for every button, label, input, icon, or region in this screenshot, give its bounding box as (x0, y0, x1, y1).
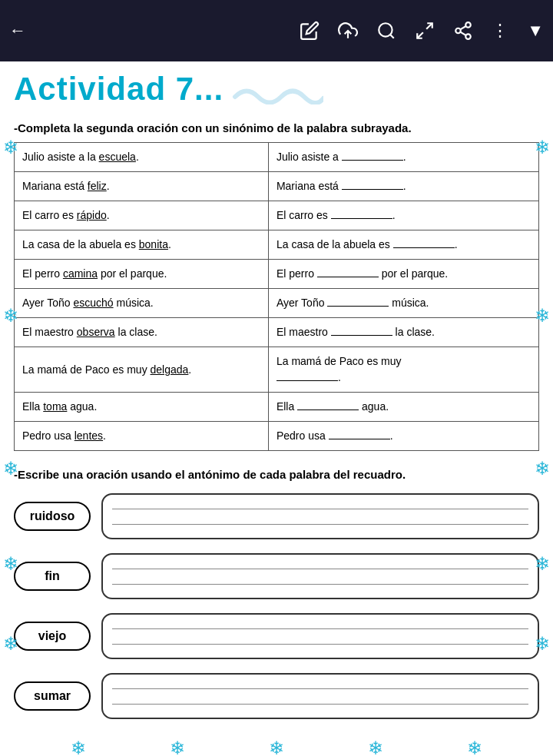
input-line-2 (112, 644, 528, 645)
input-area-fin[interactable] (101, 553, 539, 599)
table-cell-right: El maestro la clase. (268, 318, 538, 347)
table-cell-left: Julio asiste a la escuela. (15, 143, 269, 172)
table-row: El carro es rápido. El carro es . (15, 201, 539, 230)
table-row: El perro camina por el parque. El perro … (15, 260, 539, 289)
input-line-2 (112, 524, 528, 525)
toolbar: ← (0, 0, 553, 61)
table-cell-left: La mamá de Paco es muy delgada. (15, 347, 269, 393)
input-area-ruidoso[interactable] (101, 493, 539, 539)
input-line-2 (112, 704, 528, 705)
page-title: Actividad 7... (14, 71, 224, 108)
svg-line-3 (426, 23, 432, 29)
table-cell-right: El perro por el parque. (268, 260, 538, 289)
input-line-1 (112, 509, 528, 509)
word-row-sumar: sumar (14, 673, 539, 719)
word-row-fin: fin (14, 553, 539, 599)
bottom-snowflake-3: ❄ (269, 739, 284, 756)
input-line-1 (112, 688, 528, 689)
bottom-snowflake-2: ❄ (170, 739, 185, 756)
word-label-viejo: viejo (14, 622, 91, 651)
title-row: Actividad 7... (14, 61, 539, 112)
bottom-snowflake-4: ❄ (368, 739, 383, 756)
table-row: El maestro observa la clase. El maestro … (15, 318, 539, 347)
table-row: Mariana está feliz. Mariana está . (15, 172, 539, 201)
input-line-1 (112, 569, 528, 569)
table-cell-right: La mamá de Paco es muy. (268, 347, 538, 393)
dropdown-icon[interactable]: ▼ (527, 21, 544, 41)
bottom-snowflakes-row: ❄ ❄ ❄ ❄ ❄ (14, 733, 539, 756)
table-row: La mamá de Paco es muy delgada. La mamá … (15, 347, 539, 393)
table-cell-right: Ayer Toño música. (268, 289, 538, 318)
word-row-viejo: viejo (14, 613, 539, 659)
svg-point-6 (455, 28, 461, 34)
svg-line-8 (461, 32, 466, 35)
table-row: Julio asiste a la escuela. Julio asiste … (15, 143, 539, 172)
synonym-table: Julio asiste a la escuela. Julio asiste … (14, 142, 539, 451)
table-cell-right: Mariana está . (268, 172, 538, 201)
table-cell-left: El perro camina por el parque. (15, 260, 269, 289)
input-area-viejo[interactable] (101, 613, 539, 659)
input-line-2 (112, 584, 528, 585)
word-label-ruidoso: ruidoso (14, 502, 91, 531)
table-cell-right: Ella agua. (268, 393, 538, 422)
expand-icon[interactable] (415, 21, 435, 41)
back-button[interactable]: ← (9, 21, 26, 41)
bottom-snowflake-5: ❄ (467, 739, 482, 756)
word-label-sumar: sumar (14, 681, 91, 711)
table-cell-right: El carro es . (268, 201, 538, 230)
table-row: Ayer Toño escuchó música. Ayer Toño músi… (15, 289, 539, 318)
table-cell-left: El carro es rápido. (15, 201, 269, 230)
table-cell-right: Julio asiste a . (268, 143, 538, 172)
input-line-1 (112, 628, 528, 629)
svg-line-2 (390, 35, 394, 38)
svg-point-1 (379, 23, 392, 36)
svg-point-5 (465, 22, 471, 28)
upload-icon[interactable] (338, 21, 358, 41)
word-row-ruidoso: ruidoso (14, 493, 539, 539)
table-cell-left: El maestro observa la clase. (15, 318, 269, 347)
table-row: Ella toma agua. Ella agua. (15, 393, 539, 422)
svg-line-9 (461, 26, 466, 29)
share-icon[interactable] (453, 21, 473, 41)
table-cell-left: La casa de la abuela es bonita. (15, 230, 269, 260)
main-content: ❄ ❄ ❄ ❄ ❄ ❄ ❄ ❄ ❄ ❄ Actividad 7... -Comp… (0, 61, 553, 756)
table-cell-right: Pedro usa . (268, 422, 538, 451)
table-cell-left: Ella toma agua. (15, 393, 269, 422)
table-row: Pedro usa lentes. Pedro usa . (15, 422, 539, 451)
table-cell-left: Ayer Toño escuchó música. (15, 289, 269, 318)
input-area-sumar[interactable] (101, 673, 539, 719)
more-icon[interactable]: ⋮ (492, 21, 508, 41)
title-decoration (231, 81, 323, 108)
table-cell-left: Mariana está feliz. (15, 172, 269, 201)
section2-instruction: -Escribe una oración usando el antónimo … (14, 466, 539, 482)
table-cell-left: Pedro usa lentes. (15, 422, 269, 451)
section1-instruction: -Completa la segunda oración con un sinó… (14, 120, 539, 136)
table-row: La casa de la abuela es bonita. La casa … (15, 230, 539, 260)
search-icon[interactable] (376, 21, 396, 41)
svg-line-4 (417, 32, 423, 38)
svg-point-7 (465, 34, 471, 39)
edit-icon[interactable] (300, 21, 320, 41)
word-label-fin: fin (14, 562, 91, 591)
table-cell-right: La casa de la abuela es . (268, 230, 538, 260)
bottom-snowflake-1: ❄ (71, 739, 86, 756)
